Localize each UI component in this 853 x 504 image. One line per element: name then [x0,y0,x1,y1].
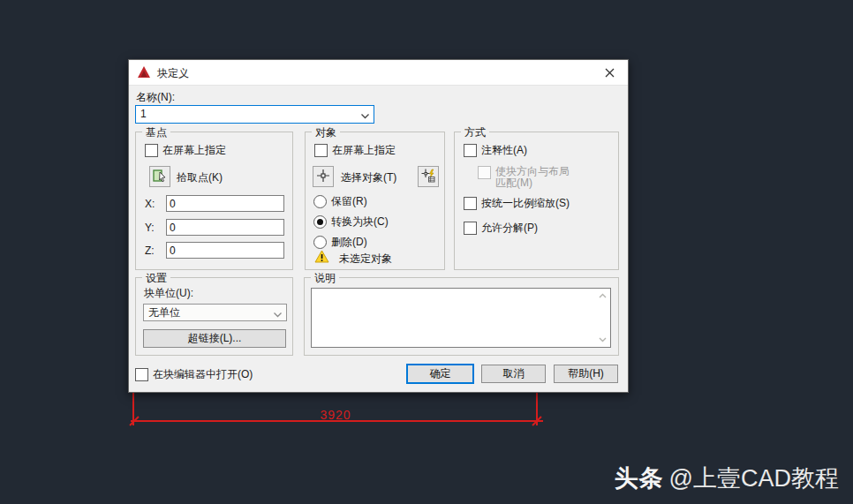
description-textarea[interactable] [311,288,611,348]
pick-point-label: 拾取点(K) [177,170,223,185]
select-objects-label: 选择对象(T) [341,170,396,185]
name-label: 名称(N): [136,90,175,105]
description-group: 说明 [304,277,619,356]
quick-select-icon [421,169,435,185]
block-unit-label: 块单位(U): [144,286,193,301]
delete-label: 删除(D) [331,235,367,250]
retain-label: 保留(R) [331,194,367,209]
ok-button[interactable]: 确定 [406,364,474,384]
warning-icon [314,250,329,266]
dimension-text: 3920 [300,408,371,422]
select-objects-icon [316,169,330,185]
open-in-block-editor-label: 在块编辑器中打开(O) [153,367,253,382]
convert-to-block-label: 转换为块(C) [331,214,389,229]
base-point-group: 基点 在屏幕上指定 拾取点(K) X: Y: Z: [135,132,293,270]
hyperlink-button[interactable]: 超链接(L)... [143,329,286,348]
autocad-logo-icon [137,65,151,79]
watermark: 头条@上壹CAD教程 [615,463,839,494]
match-orientation-label-line2: 匹配(M) [495,177,532,189]
allow-explode-checkbox[interactable] [464,222,477,235]
dialog-title: 块定义 [157,66,189,81]
convert-to-block-radio[interactable] [313,215,327,229]
uniform-scale-checkbox[interactable] [464,197,477,210]
objects-on-screen-checkbox[interactable] [314,144,328,157]
uniform-scale-label: 按统一比例缩放(S) [481,196,570,211]
settings-group: 设置 块单位(U): 无单位 超链接(L)... [135,277,293,356]
help-button[interactable]: 帮助(H) [554,365,618,383]
base-point-legend: 基点 [142,125,170,140]
pick-point-button[interactable] [149,166,170,187]
z-label: Z: [145,244,155,257]
retain-radio[interactable] [313,195,327,208]
chevron-down-icon[interactable] [273,308,283,324]
x-input[interactable] [166,195,284,212]
select-objects-button[interactable] [313,166,334,187]
quick-select-button[interactable] [418,166,439,187]
autocad-canvas: 3920 头条@上壹CAD教程 块定义 名称(N): 1 [0,0,853,504]
name-combobox[interactable]: 1 [135,105,374,124]
z-input[interactable] [166,242,284,259]
block-definition-dialog: 块定义 名称(N): 1 基点 在屏幕上指定 [128,59,629,393]
chevron-down-icon[interactable] [360,109,370,126]
delete-radio[interactable] [313,236,327,249]
description-legend: 说明 [311,271,339,286]
dialog-titlebar[interactable]: 块定义 [129,60,628,86]
cancel-button[interactable]: 取消 [481,365,546,383]
scroll-up-icon[interactable] [596,290,608,301]
close-icon[interactable] [591,60,628,85]
allow-explode-label: 允许分解(P) [481,221,538,236]
y-input[interactable] [166,219,284,236]
name-value: 1 [140,108,147,120]
no-objects-selected-status: 未选定对象 [339,252,392,267]
scroll-down-icon[interactable] [596,335,608,345]
block-unit-select[interactable]: 无单位 [143,304,287,321]
basepoint-on-screen-label: 在屏幕上指定 [162,143,226,158]
objects-group: 对象 在屏幕上指定 选择对象(T) [305,132,445,270]
y-label: Y: [145,222,155,234]
behavior-legend: 方式 [461,125,489,140]
behavior-group: 方式 注释性(A) 使块方向与布局 匹配(M) 按统一比例缩放(S) 允许分解(… [454,132,619,270]
watermark-handle: @上壹CAD教程 [669,465,839,492]
settings-legend: 设置 [142,271,170,286]
annotative-checkbox[interactable] [464,144,477,157]
x-label: X: [145,198,155,210]
objects-on-screen-label: 在屏幕上指定 [332,143,396,158]
open-in-block-editor-checkbox[interactable] [135,368,148,381]
pick-point-icon [153,169,167,185]
basepoint-on-screen-checkbox[interactable] [145,144,158,157]
annotative-label: 注释性(A) [481,143,527,158]
match-orientation-checkbox [478,166,491,179]
match-orientation-label-line1: 使块方向与布局 [495,165,570,177]
block-unit-value: 无单位 [148,306,180,319]
objects-legend: 对象 [312,125,340,140]
watermark-brand: 头条 [615,465,664,492]
